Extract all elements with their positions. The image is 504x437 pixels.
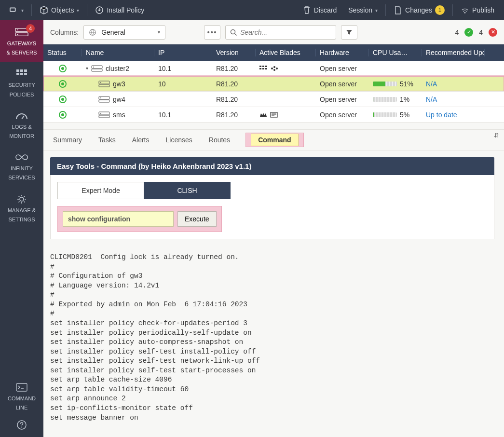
cell-recommended[interactable]: N/A <box>426 80 437 88</box>
device-icon <box>98 81 110 87</box>
publish-label: Publish <box>472 6 494 14</box>
cell-recommended[interactable]: N/A <box>426 96 437 103</box>
filter-button[interactable] <box>341 25 357 40</box>
device-icon <box>91 65 103 72</box>
command-input-highlight: Execute <box>57 206 222 232</box>
nav-help[interactable] <box>13 417 30 435</box>
cell-recommended[interactable]: Up to date <box>426 111 457 119</box>
globe-icon <box>89 28 96 36</box>
col-name[interactable]: Name <box>82 49 154 56</box>
device-icon <box>98 96 110 103</box>
detail-tab-alerts[interactable]: Alerts <box>131 134 150 146</box>
detail-tab-routes[interactable]: Routes <box>208 134 231 146</box>
discard-button[interactable]: Discard <box>298 0 341 20</box>
collapse-toggle[interactable]: ⇵ <box>492 132 500 139</box>
cell-version: R81.20 <box>216 96 238 103</box>
app-menu-button[interactable]: ▾ <box>5 0 28 20</box>
expand-caret-icon[interactable]: ▾ <box>86 66 88 71</box>
changes-label: Changes <box>405 6 432 14</box>
mode-tab-clish[interactable]: CLISH <box>144 182 231 199</box>
table-row[interactable]: sms10.1R81.20Open server5%Up to date <box>43 107 504 123</box>
error-status-icon: ✕ <box>489 28 497 37</box>
svg-point-30 <box>273 66 275 68</box>
session-menu-button[interactable]: Session ▾ <box>343 0 382 20</box>
col-hardware[interactable]: Hardware <box>316 49 369 56</box>
search-box[interactable] <box>225 25 336 40</box>
columns-label: Columns: <box>50 28 79 36</box>
nav-gateways-servers[interactable]: 4 GATEWAYS & SERVERS <box>0 20 43 62</box>
cell-blades <box>256 66 316 71</box>
command-panel-body: Expert Mode CLISH Execute <box>50 175 494 239</box>
cell-hardware: Open server <box>320 65 357 72</box>
detail-tab-command-highlight: Command <box>245 133 303 147</box>
cell-name: gw3 <box>113 80 125 88</box>
app-icon <box>10 6 18 14</box>
table-row[interactable]: gw4R81.20Open server1%N/A <box>43 92 504 107</box>
svg-rect-37 <box>99 100 109 102</box>
separator <box>385 4 386 16</box>
col-version[interactable]: Version <box>212 49 256 56</box>
cell-name: gw4 <box>113 96 125 103</box>
svg-point-29 <box>271 68 273 69</box>
nav-label-line2: POLICIES <box>10 92 34 98</box>
gauge-icon <box>15 110 28 121</box>
cpu-bar <box>373 97 397 102</box>
col-cpu[interactable]: CPU Usa… <box>369 49 422 56</box>
nav-security-policies[interactable]: SECURITY POLICIES <box>0 62 43 103</box>
publish-icon <box>461 6 469 14</box>
columns-dropdown[interactable]: General ▾ <box>83 25 165 40</box>
command-input[interactable] <box>63 211 174 227</box>
col-ip[interactable]: IP <box>154 49 212 56</box>
svg-rect-9 <box>20 69 23 72</box>
svg-rect-25 <box>265 66 267 67</box>
detail-tabs: ⇵ SummaryTasksAlertsLicensesRoutesComman… <box>43 129 504 150</box>
nav-logs-monitor[interactable]: LOGS & MONITOR <box>0 104 43 145</box>
grid-icon <box>15 68 28 79</box>
install-policy-button[interactable]: Install Policy <box>90 0 149 20</box>
chevron-down-icon: ▾ <box>21 8 24 13</box>
columns-value: General <box>101 28 125 36</box>
svg-point-19 <box>231 29 235 34</box>
cell-hardware: Open server <box>320 111 357 119</box>
table-row[interactable]: gw310R81.20Open server51%N/A <box>43 76 504 92</box>
infinity-icon <box>15 152 28 163</box>
chevron-down-icon: ▾ <box>375 8 378 13</box>
cell-version: R81.20 <box>216 65 238 72</box>
nav-infinity-services[interactable]: INFINITY SERVICES <box>0 145 43 187</box>
table-row[interactable]: ▾cluster210.1R81.20Open server <box>43 61 504 76</box>
detail-panel[interactable]: Easy Tools - Command (by Heiko Ankenbran… <box>43 150 504 437</box>
col-recommended[interactable]: Recommended Upd <box>422 49 485 56</box>
svg-rect-27 <box>262 68 264 69</box>
blade-mgmt-icon <box>259 112 267 118</box>
blade-log-icon <box>270 112 278 118</box>
svg-point-6 <box>17 29 18 30</box>
mode-tab-expert[interactable]: Expert Mode <box>57 182 144 199</box>
table-header-row: Status Name IP Version Active Blades Har… <box>43 44 504 61</box>
objects-menu-button[interactable]: Objects ▾ <box>35 0 84 20</box>
cell-name: cluster2 <box>106 65 129 72</box>
execute-button[interactable]: Execute <box>177 211 217 227</box>
col-active-blades[interactable]: Active Blades <box>256 49 316 56</box>
detail-tab-licenses[interactable]: Licenses <box>165 134 193 146</box>
changes-button[interactable]: Changes 1 <box>389 0 450 20</box>
publish-button[interactable]: Publish <box>456 0 499 20</box>
nav-manage-settings[interactable]: MANAGE & SETTINGS <box>0 187 43 229</box>
detail-tab-command[interactable]: Command <box>251 134 298 146</box>
gateways-table: Status Name IP Version Active Blades Har… <box>43 44 504 123</box>
cpu-bar <box>373 112 397 117</box>
col-status[interactable]: Status <box>43 49 82 56</box>
cell-ip: 10.1 <box>158 111 171 119</box>
svg-rect-13 <box>24 73 27 75</box>
nav-label-line2: SERVICES <box>8 175 35 181</box>
svg-point-7 <box>17 34 18 35</box>
detail-tab-tasks[interactable]: Tasks <box>97 134 117 146</box>
gear-icon <box>15 194 28 205</box>
cpu-value: 5% <box>400 111 409 119</box>
nav-command-line[interactable]: COMMAND LINE <box>6 377 38 416</box>
search-input[interactable] <box>240 28 332 36</box>
detail-tab-summary[interactable]: Summary <box>52 134 83 146</box>
cell-ip: 10.1 <box>158 65 171 72</box>
separator <box>31 4 32 16</box>
blade-firewall-icon <box>259 66 267 71</box>
more-menu-button[interactable]: ••• <box>204 25 220 40</box>
